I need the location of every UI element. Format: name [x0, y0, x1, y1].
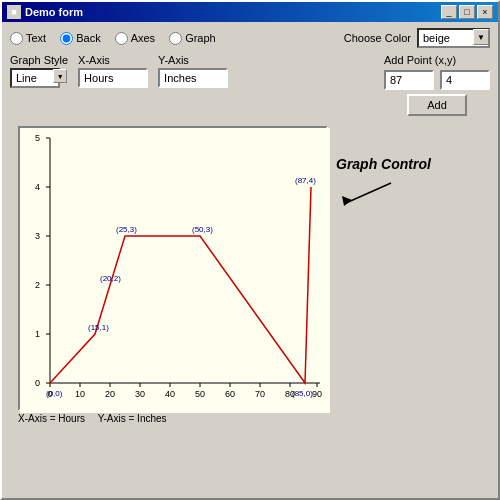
svg-text:50: 50	[195, 389, 205, 399]
add-button[interactable]: Add	[407, 94, 467, 116]
y-axis-label: Y-Axis	[158, 54, 228, 66]
minimize-button[interactable]: _	[441, 5, 457, 19]
svg-text:0: 0	[35, 378, 40, 388]
axes-radio[interactable]	[115, 32, 128, 45]
radio-color-row: Text Back Axes Graph Choose Color beige …	[10, 28, 490, 48]
svg-text:(25,3): (25,3)	[116, 225, 137, 234]
x-axis-label: X-Axis	[78, 54, 148, 66]
svg-text:(50,3): (50,3)	[192, 225, 213, 234]
x-axis-bottom-label: X-Axis = Hours	[18, 413, 85, 424]
graph-radio[interactable]	[169, 32, 182, 45]
svg-marker-43	[342, 196, 352, 206]
svg-text:(15,1): (15,1)	[88, 323, 109, 332]
back-radio[interactable]	[60, 32, 73, 45]
text-radio-label: Text	[26, 32, 46, 44]
graph-control-label: Graph Control	[336, 156, 431, 172]
x-value-input[interactable]	[384, 70, 434, 90]
y-axis-group: Y-Axis	[158, 54, 228, 88]
graph-style-label: Graph Style	[10, 54, 68, 66]
graph-arrow	[336, 178, 431, 208]
x-axis-group: X-Axis	[78, 54, 148, 88]
form-content: Text Back Axes Graph Choose Color beige …	[2, 22, 498, 430]
style-select[interactable]: Line Bar	[10, 68, 60, 88]
color-select[interactable]: beige white yellow light blue	[417, 28, 490, 48]
xy-inputs	[384, 70, 490, 90]
add-point-label: Add Point (x,y)	[384, 54, 490, 66]
svg-text:70: 70	[255, 389, 265, 399]
graph-area: 0 1 2 3 4 5 0 10	[10, 126, 490, 411]
svg-text:1: 1	[35, 329, 40, 339]
svg-text:3: 3	[35, 231, 40, 241]
close-button[interactable]: ×	[477, 5, 493, 19]
svg-text:10: 10	[75, 389, 85, 399]
y-axis-bottom-label: Y-Axis = Inches	[98, 413, 167, 424]
graph-style-group: Graph Style Line Bar ▼	[10, 54, 68, 88]
svg-text:20: 20	[105, 389, 115, 399]
back-radio-label: Back	[76, 32, 100, 44]
svg-rect-0	[20, 128, 330, 413]
svg-text:5: 5	[35, 133, 40, 143]
axes-labels-row: X-Axis = Hours Y-Axis = Inches	[18, 413, 490, 424]
title-bar: ■ Demo form _ □ ×	[2, 2, 498, 22]
svg-text:30: 30	[135, 389, 145, 399]
y-axis-input[interactable]	[158, 68, 228, 88]
arrow-svg	[336, 178, 396, 208]
axes-radio-group: Axes	[115, 32, 155, 45]
svg-line-42	[346, 183, 391, 203]
graph-radio-group: Graph	[169, 32, 216, 45]
color-label: Choose Color	[344, 32, 411, 44]
window-title: Demo form	[25, 6, 83, 18]
svg-text:4: 4	[35, 182, 40, 192]
svg-text:60: 60	[225, 389, 235, 399]
color-select-wrapper: beige white yellow light blue ▼	[417, 28, 490, 48]
svg-text:2: 2	[35, 280, 40, 290]
svg-text:(87,4): (87,4)	[295, 176, 316, 185]
graph-svg: 0 1 2 3 4 5 0 10	[20, 128, 330, 413]
color-section: Choose Color beige white yellow light bl…	[344, 28, 490, 48]
window: ■ Demo form _ □ × Text Back Axes	[0, 0, 500, 500]
text-radio[interactable]	[10, 32, 23, 45]
graph-radio-label: Graph	[185, 32, 216, 44]
axes-radio-label: Axes	[131, 32, 155, 44]
window-icon: ■	[7, 5, 21, 19]
svg-text:90: 90	[312, 389, 322, 399]
style-select-wrapper: Line Bar ▼	[10, 68, 68, 88]
svg-text:(0,0): (0,0)	[46, 389, 63, 398]
x-axis-input[interactable]	[78, 68, 148, 88]
graph-annotation-area: Graph Control	[336, 156, 431, 208]
svg-text:(85,0): (85,0)	[292, 389, 313, 398]
maximize-button[interactable]: □	[459, 5, 475, 19]
title-buttons: _ □ ×	[441, 5, 493, 19]
svg-text:40: 40	[165, 389, 175, 399]
svg-text:(20,2): (20,2)	[100, 274, 121, 283]
fields-row: Graph Style Line Bar ▼ X-Axis Y-Axis Add…	[10, 54, 490, 116]
back-radio-group: Back	[60, 32, 100, 45]
add-point-group: Add Point (x,y) Add	[384, 54, 490, 116]
y-value-input[interactable]	[440, 70, 490, 90]
text-radio-group: Text	[10, 32, 46, 45]
graph-container: 0 1 2 3 4 5 0 10	[18, 126, 328, 411]
